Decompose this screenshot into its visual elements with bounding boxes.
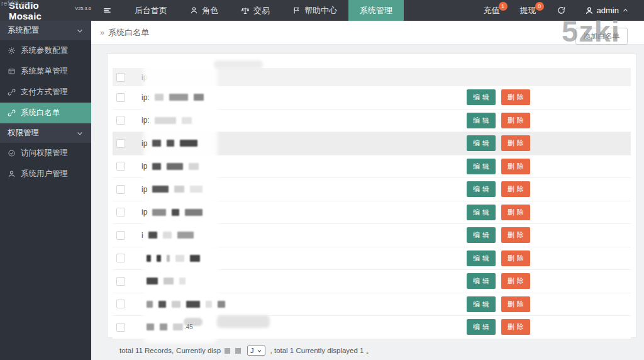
row-checkbox[interactable] — [116, 139, 125, 148]
delete-button[interactable]: 删除 — [501, 89, 530, 105]
page-title: 系统白名单 — [108, 27, 149, 38]
table-header-row: ip — [113, 68, 631, 86]
delete-button[interactable]: 删除 — [501, 250, 530, 266]
edit-button[interactable]: 编辑 — [467, 89, 496, 105]
edit-button[interactable]: 编辑 — [467, 227, 496, 243]
row-checkbox[interactable] — [116, 300, 125, 308]
redacted-block — [147, 278, 158, 284]
sidebar-item-系统用户管理[interactable]: 系统用户管理 — [0, 164, 91, 184]
edit-button[interactable]: 编辑 — [467, 159, 496, 174]
sidebar-section-1[interactable]: 权限管理 — [0, 123, 91, 143]
recharge-button[interactable]: 充值 1 — [474, 0, 510, 21]
sidebar-item-label: 支付方式管理 — [21, 87, 68, 98]
edit-button[interactable]: 编辑 — [467, 273, 496, 289]
row-checkbox[interactable] — [116, 323, 125, 332]
delete-button[interactable]: 删除 — [501, 181, 530, 197]
nav-tab-label: 角色 — [202, 5, 218, 16]
breadcrumb: » 系统白名单 — [91, 21, 644, 45]
gear-icon — [8, 47, 16, 55]
delete-button[interactable]: 删除 — [501, 227, 530, 243]
redacted-ip-value — [152, 209, 203, 216]
edit-button[interactable]: 编辑 — [467, 181, 496, 197]
recharge-label: 充值 — [484, 5, 500, 16]
ip-label: ip — [142, 162, 147, 171]
redacted-block — [175, 255, 184, 262]
row-actions: 编辑删除 — [467, 135, 530, 151]
nav-tab-1[interactable]: 角色 — [179, 0, 230, 21]
delete-button[interactable]: 删除 — [501, 113, 530, 128]
delete-button[interactable]: 删除 — [501, 296, 530, 312]
delete-button[interactable]: 删除 — [501, 159, 530, 174]
redacted-block — [225, 348, 230, 354]
redacted-block — [158, 301, 166, 308]
delete-button[interactable]: 删除 — [501, 273, 530, 289]
redacted-block — [172, 209, 179, 216]
user-menu[interactable]: admin — [576, 0, 638, 21]
edit-button[interactable]: 编辑 — [467, 296, 496, 312]
redacted-block — [163, 232, 172, 239]
sidebar-section-0[interactable]: 系统配置 — [0, 21, 91, 40]
row-checkbox[interactable] — [116, 208, 125, 217]
select-all-checkbox[interactable] — [116, 73, 125, 82]
table-row: 编辑删除 — [113, 247, 631, 271]
redacted-block — [174, 186, 184, 193]
chevron-down-icon — [76, 27, 84, 35]
top-bar: Studio Mosaic V25.3.6 后台首页角色交易帮助中心系统管理 充… — [0, 0, 644, 21]
withdraw-button[interactable]: 提现 0 — [510, 0, 547, 21]
table-row: 编辑删除 — [113, 270, 631, 293]
sidebar-item-支付方式管理[interactable]: 支付方式管理 — [0, 82, 91, 103]
ip-label: ip — [142, 185, 147, 194]
edit-button[interactable]: 编辑 — [467, 205, 496, 220]
delete-button[interactable]: 删除 — [501, 205, 530, 220]
ip-label: ip: — [142, 116, 150, 125]
nav-tab-0[interactable]: 后台首页 — [123, 0, 179, 21]
row-actions: 编辑删除 — [467, 181, 530, 197]
whitelist-table-card: ip ip:编辑删除ip:编辑删除ip编辑删除ip编辑删除ip编辑删除ip编辑删… — [107, 53, 636, 338]
row-actions: 编辑删除 — [467, 89, 530, 105]
flag-icon — [292, 6, 301, 14]
edit-button[interactable]: 编辑 — [467, 250, 496, 266]
row-checkbox[interactable] — [116, 231, 125, 240]
nav-tab-3[interactable]: 帮助中心 — [281, 0, 348, 21]
row-checkbox[interactable] — [116, 93, 125, 102]
nav-tab-2[interactable]: 交易 — [230, 0, 281, 21]
row-actions: 编辑删除 — [467, 296, 530, 312]
records-displayed-text: Currently disp — [176, 347, 221, 354]
watermark-corner: re589.com — [1, 0, 34, 7]
nav-tab-4[interactable]: 系统管理 — [348, 0, 404, 21]
table-row: ip编辑删除 — [113, 155, 631, 179]
nav-tab-label: 后台首页 — [135, 5, 167, 16]
redacted-ip-value — [147, 323, 183, 330]
page-size-select[interactable]: J — [247, 346, 265, 356]
edit-button[interactable]: 编辑 — [467, 319, 496, 335]
sidebar-item-label: 系统白名单 — [21, 108, 60, 118]
sidebar-item-label: 系统参数配置 — [21, 45, 68, 56]
ip-label: i — [142, 231, 143, 240]
redacted-block — [164, 278, 174, 284]
edit-button[interactable]: 编辑 — [467, 135, 496, 151]
redacted-block — [186, 301, 200, 308]
ip-label: ip — [142, 139, 147, 148]
row-checkbox[interactable] — [116, 162, 125, 171]
nav-tab-label: 帮助中心 — [304, 5, 337, 16]
edit-button[interactable]: 编辑 — [467, 113, 496, 128]
sidebar-item-系统白名单[interactable]: 系统白名单 — [0, 103, 91, 123]
add-whitelist-button[interactable]: 添加白名单 — [575, 28, 628, 45]
scales-icon — [241, 6, 250, 15]
delete-button[interactable]: 删除 — [501, 319, 530, 335]
brand-version: V25.3.6 — [75, 6, 91, 11]
refresh-button[interactable] — [547, 0, 576, 21]
sidebar-collapse-button[interactable] — [91, 0, 123, 21]
sidebar-item-系统菜单管理[interactable]: 系统菜单管理 — [0, 61, 91, 82]
redacted-block — [147, 323, 154, 330]
sidebar-item-系统参数配置[interactable]: 系统参数配置 — [0, 40, 91, 61]
sidebar-item-访问权限管理[interactable]: 访问权限管理 — [0, 143, 91, 164]
row-checkbox[interactable] — [116, 116, 125, 125]
main-content: » 系统白名单 添加白名单 ip ip:编辑删除ip:编辑删除ip编辑删除ip编… — [91, 21, 644, 360]
row-checkbox[interactable] — [116, 185, 125, 194]
withdraw-badge: 0 — [535, 2, 544, 11]
row-checkbox[interactable] — [116, 277, 125, 286]
delete-button[interactable]: 删除 — [501, 135, 530, 151]
person-icon — [585, 6, 594, 15]
row-checkbox[interactable] — [116, 254, 125, 262]
